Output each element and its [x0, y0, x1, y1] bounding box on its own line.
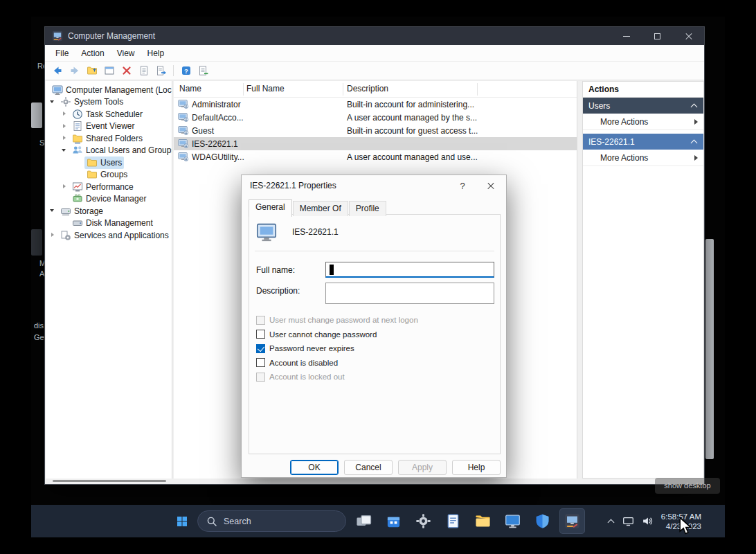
tree-item-event-viewer[interactable]: Event Viewer — [46, 120, 172, 133]
chevron-down-icon[interactable] — [50, 208, 56, 214]
cancel-button[interactable]: Cancel — [344, 460, 393, 475]
doc-icon — [138, 65, 150, 76]
chevron-right-icon[interactable] — [50, 232, 56, 238]
tree-item-performance[interactable]: Performance — [46, 181, 172, 193]
full-name-input[interactable] — [325, 262, 494, 278]
menu-file[interactable]: File — [49, 46, 75, 60]
toolbar-doc2-button[interactable] — [153, 63, 169, 79]
tree-item-services-and-applications[interactable]: Services and Applications — [46, 229, 172, 242]
tab-member-of[interactable]: Member Of — [293, 201, 348, 216]
maximize-button[interactable] — [642, 27, 673, 45]
column-header-full-name[interactable]: Full Name — [246, 84, 285, 93]
toolbar-doc-button[interactable] — [136, 63, 152, 79]
tree-item-shared-folders[interactable]: Shared Folders — [46, 132, 172, 145]
store-taskbar-button[interactable] — [381, 508, 406, 534]
description-label: Description: — [256, 286, 300, 296]
chevron-right-icon[interactable] — [62, 111, 68, 117]
chevron-right-icon[interactable] — [62, 135, 68, 141]
checkbox-label: Account is locked out — [269, 373, 345, 381]
tray-chevron-up-icon[interactable] — [608, 518, 615, 525]
tab-profile[interactable]: Profile — [349, 201, 386, 216]
chevron-down-icon[interactable] — [50, 99, 56, 105]
notepad-taskbar-button[interactable] — [440, 508, 466, 534]
toolbar-window-button[interactable] — [101, 63, 117, 79]
toolbar-forward-button[interactable] — [66, 63, 82, 79]
help-button[interactable]: Help — [452, 460, 501, 475]
taskbar-search[interactable]: Search — [197, 510, 346, 532]
column-separator[interactable] — [477, 83, 478, 96]
menu-help[interactable]: Help — [141, 46, 171, 60]
toolbar-delete-button[interactable] — [118, 63, 134, 79]
background-scrollbar[interactable] — [705, 239, 714, 459]
volume-icon[interactable] — [642, 515, 654, 527]
file-explorer-taskbar-button[interactable] — [470, 508, 496, 534]
toolbar-back-button[interactable] — [49, 63, 65, 79]
cell-description: A user account managed and use... — [347, 152, 478, 162]
toolbar-export-button[interactable] — [195, 63, 211, 79]
dialog-close-button[interactable] — [476, 175, 506, 196]
chevron-right-icon[interactable] — [62, 123, 68, 129]
window-title: Computer Management — [68, 31, 155, 41]
network-icon[interactable] — [622, 515, 634, 527]
computer-management-taskbar-button[interactable] — [559, 508, 585, 534]
menu-view[interactable]: View — [111, 46, 141, 60]
column-header-name[interactable]: Name — [179, 84, 201, 93]
dialog-titlebar[interactable]: IES-22621.1 Properties ? — [242, 175, 506, 196]
close-button[interactable] — [673, 27, 704, 45]
toolbar-open-folder-button[interactable] — [84, 63, 100, 79]
more-actions-users[interactable]: More Actions — [583, 114, 703, 130]
checkbox-account-is-disabled[interactable]: Account is disabled — [256, 356, 418, 370]
chevron-right-icon — [694, 119, 698, 125]
shared-folders-icon — [72, 133, 83, 144]
tree-item-users[interactable]: Users — [46, 157, 172, 169]
display-taskbar-button[interactable] — [500, 508, 525, 534]
actions-section-users[interactable]: Users — [583, 98, 703, 114]
cell-name: IES-22621.1 — [192, 139, 238, 149]
task-view-taskbar-button[interactable] — [351, 508, 377, 534]
minimize-icon — [623, 36, 630, 37]
tree-item-task-scheduler[interactable]: Task Scheduler — [46, 108, 172, 120]
table-row-guest[interactable]: GuestBuilt-in account for guest access t… — [174, 124, 577, 137]
tree-item-system-tools[interactable]: System Tools — [46, 96, 172, 109]
window-titlebar[interactable]: Computer Management — [45, 27, 704, 45]
actions-section-ies-22621-1[interactable]: IES-22621.1 — [583, 134, 703, 150]
tree-horizontal-scrollbar[interactable] — [53, 480, 166, 482]
checkbox-password-never-expires[interactable]: Password never expires — [256, 341, 418, 356]
tree-item-groups[interactable]: Groups — [46, 169, 172, 181]
tree-item-disk-management[interactable]: Disk Management — [46, 217, 172, 230]
description-input[interactable] — [325, 283, 494, 304]
table-row-administrator[interactable]: AdministratorBuilt-in account for admini… — [174, 98, 577, 111]
defender-taskbar-button[interactable] — [530, 508, 555, 534]
chevron-down-icon[interactable] — [62, 148, 68, 154]
checkbox-user-must-change-password-at-next-logon: User must change password at next logon — [256, 313, 418, 328]
table-row-defaultacco[interactable]: DefaultAcco...A user account managed by … — [174, 111, 577, 124]
chevron-right-icon[interactable] — [62, 184, 68, 190]
tree-item-computer-management-local[interactable]: Computer Management (Local — [46, 84, 172, 96]
tab-general[interactable]: General — [249, 199, 292, 217]
tree-item-label: Storage — [74, 206, 103, 216]
apply-button: Apply — [398, 460, 447, 475]
checkbox-label: Password never expires — [269, 344, 354, 352]
table-row-wdagutility[interactable]: WDAGUtility...A user account managed and… — [174, 150, 577, 163]
dialog-help-button[interactable]: ? — [449, 175, 476, 196]
user-account-icon — [178, 99, 189, 110]
column-separator[interactable] — [343, 83, 343, 96]
menu-action[interactable]: Action — [75, 46, 110, 60]
search-icon — [206, 516, 217, 527]
minimize-button[interactable] — [611, 27, 642, 45]
more-actions-ies-22621-1[interactable]: More Actions — [583, 150, 703, 166]
toolbar-help-button[interactable]: ? — [178, 63, 194, 79]
start-button[interactable] — [173, 512, 191, 530]
tree-item-local-users-and-groups[interactable]: Local Users and Groups — [46, 145, 172, 157]
column-separator[interactable] — [243, 83, 244, 96]
tree-item-device-manager[interactable]: Device Manager — [46, 193, 172, 206]
column-header-description[interactable]: Description — [347, 84, 388, 93]
system-tools-icon — [60, 96, 71, 107]
cell-name: Guest — [192, 126, 214, 136]
checkbox-user-cannot-change-password[interactable]: User cannot change password — [256, 328, 418, 342]
tree-item-storage[interactable]: Storage — [46, 205, 172, 217]
settings-taskbar-button[interactable] — [411, 508, 436, 534]
ok-button[interactable]: OK — [290, 460, 339, 475]
table-row-ies-22621-1[interactable]: IES-22621.1 — [174, 137, 577, 150]
show-desktop-tooltip: show desktop — [655, 478, 720, 494]
